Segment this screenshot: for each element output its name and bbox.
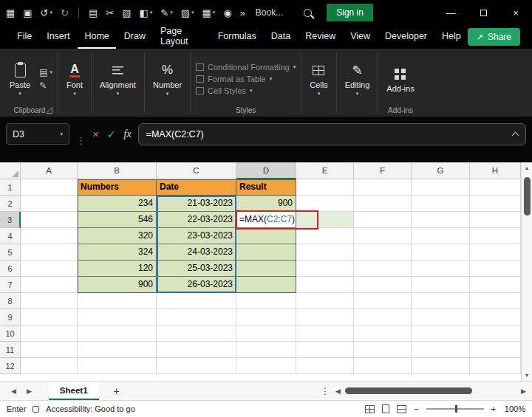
cell-B7[interactable]: 900 [78, 277, 157, 293]
highlighter-icon[interactable]: ▨▾ [181, 7, 194, 18]
cell-A3[interactable] [21, 212, 78, 228]
tab-data[interactable]: Data [265, 25, 297, 49]
macro-record-icon[interactable] [33, 406, 39, 413]
cell-G5[interactable] [412, 244, 470, 261]
cell-C2[interactable]: 21-03-2023 [157, 196, 236, 212]
font-button[interactable]: A Font ▾ [64, 60, 86, 98]
formula-input[interactable]: =MAX(C2:C7) [138, 123, 526, 145]
tab-file[interactable]: File [10, 25, 38, 49]
cell-C4[interactable]: 23-03-2023 [157, 228, 236, 244]
cell-G12[interactable] [412, 358, 470, 374]
accessibility-status[interactable]: Accessibility: Good to go [46, 404, 134, 413]
cell-B2[interactable]: 234 [78, 196, 157, 212]
cell-D2[interactable]: 900 [236, 196, 296, 212]
addins-button[interactable]: Add-ins [383, 63, 417, 94]
cell-F8[interactable] [354, 293, 412, 309]
tab-insert[interactable]: Insert [40, 25, 76, 49]
cell-B1[interactable]: Numbers [78, 179, 157, 196]
column-header-F[interactable]: F [354, 162, 412, 179]
cell-H6[interactable] [470, 261, 521, 277]
cell-D11[interactable] [236, 342, 296, 358]
sheet-tab-sheet1[interactable]: Sheet1 [49, 382, 99, 400]
column-header-A[interactable]: A [21, 162, 78, 179]
overflow-icon[interactable]: » [240, 7, 245, 18]
cell-C1[interactable]: Date [157, 179, 236, 196]
cell-F11[interactable] [354, 342, 412, 358]
cell-D6[interactable] [236, 261, 296, 277]
cell-D8[interactable] [236, 293, 296, 309]
cell-B10[interactable] [78, 325, 157, 342]
scroll-right-icon[interactable]: ▶ [521, 387, 526, 395]
row-header-11[interactable]: 11 [0, 342, 21, 358]
undo-icon[interactable]: ↺▾ [41, 7, 52, 18]
cell-E1[interactable] [296, 179, 354, 196]
cell-A5[interactable] [21, 244, 78, 261]
column-header-D[interactable]: D [236, 162, 296, 179]
cell-D10[interactable] [236, 325, 296, 342]
cell-F7[interactable] [354, 277, 412, 293]
picture-icon[interactable]: ▧ [122, 7, 131, 18]
cell-C6[interactable]: 25-03-2023 [157, 261, 236, 277]
cell-D5[interactable] [236, 244, 296, 261]
cell-B6[interactable]: 120 [78, 261, 157, 277]
cell-B4[interactable]: 320 [78, 228, 157, 244]
cell-D7[interactable] [236, 277, 296, 293]
cell-A4[interactable] [21, 228, 78, 244]
cell-F1[interactable] [354, 179, 412, 196]
scroll-up-icon[interactable]: ▲ [522, 162, 532, 173]
cell-E9[interactable] [296, 309, 354, 325]
drag-handle-icon[interactable]: ⋮ [76, 135, 86, 146]
alignment-button[interactable]: Alignment ▾ [97, 60, 139, 98]
cell-H10[interactable] [470, 325, 521, 342]
paste-button[interactable]: Paste ▾ [7, 60, 33, 98]
cell-A8[interactable] [21, 293, 78, 309]
cell-A12[interactable] [21, 358, 78, 374]
row-header-6[interactable]: 6 [0, 261, 21, 277]
cell-B11[interactable] [78, 342, 157, 358]
cell-B3[interactable]: 546 [78, 212, 157, 228]
tab-review[interactable]: Review [299, 25, 342, 49]
sheet-nav-right-icon[interactable]: ▶ [21, 382, 37, 400]
scroll-left-icon[interactable]: ◀ [335, 387, 341, 395]
cell-A11[interactable] [21, 342, 78, 358]
sheet-nav-left-icon[interactable]: ◀ [6, 382, 21, 400]
cell-A7[interactable] [21, 277, 78, 293]
row-header-1[interactable]: 1 [0, 179, 21, 196]
cell-D9[interactable] [236, 309, 296, 325]
cell-E8[interactable] [296, 293, 354, 309]
cell-D1[interactable]: Result [236, 179, 296, 196]
vertical-scroll-thumb[interactable] [524, 177, 531, 216]
cell-A10[interactable] [21, 325, 78, 342]
cell-H8[interactable] [470, 293, 521, 309]
row-header-8[interactable]: 8 [0, 293, 21, 309]
scroll-down-icon[interactable]: ▼ [522, 370, 532, 381]
tab-help[interactable]: Help [435, 25, 468, 49]
cell-A1[interactable] [21, 179, 78, 196]
cell-styles-button[interactable]: Cell Styles▾ [196, 86, 296, 95]
minimize-button[interactable]: — [434, 0, 467, 25]
cell-E5[interactable] [296, 244, 354, 261]
cell-D3[interactable]: =MAX(C2:C7) [236, 212, 296, 228]
column-header-H[interactable]: H [470, 162, 521, 179]
cell-E12[interactable] [296, 358, 354, 374]
cell-G3[interactable] [412, 212, 470, 228]
row-header-7[interactable]: 7 [0, 277, 21, 293]
cell-A6[interactable] [21, 261, 78, 277]
clipboard-icon[interactable]: ▤ [89, 7, 98, 18]
enter-icon[interactable]: ✓ [107, 128, 116, 140]
tab-formulas[interactable]: Formulas [211, 25, 263, 49]
more-options-icon[interactable]: ⋮ [315, 382, 335, 400]
format-as-table-button[interactable]: Format as Table▾ [196, 75, 296, 83]
dialog-launcher-icon[interactable] [47, 108, 52, 114]
cell-C8[interactable] [157, 293, 236, 309]
row-header-2[interactable]: 2 [0, 196, 21, 212]
sign-in-button[interactable]: Sign in [327, 4, 373, 21]
cell-D4[interactable] [236, 228, 296, 244]
horizontal-scroll-track[interactable] [344, 387, 518, 394]
tab-view[interactable]: View [344, 25, 377, 49]
zoom-out-button[interactable]: − [414, 404, 418, 413]
add-sheet-button[interactable]: + [106, 382, 127, 400]
cell-H7[interactable] [470, 277, 521, 293]
cell-H1[interactable] [470, 179, 521, 196]
vertical-scrollbar[interactable]: ▲ ▼ [521, 162, 532, 381]
